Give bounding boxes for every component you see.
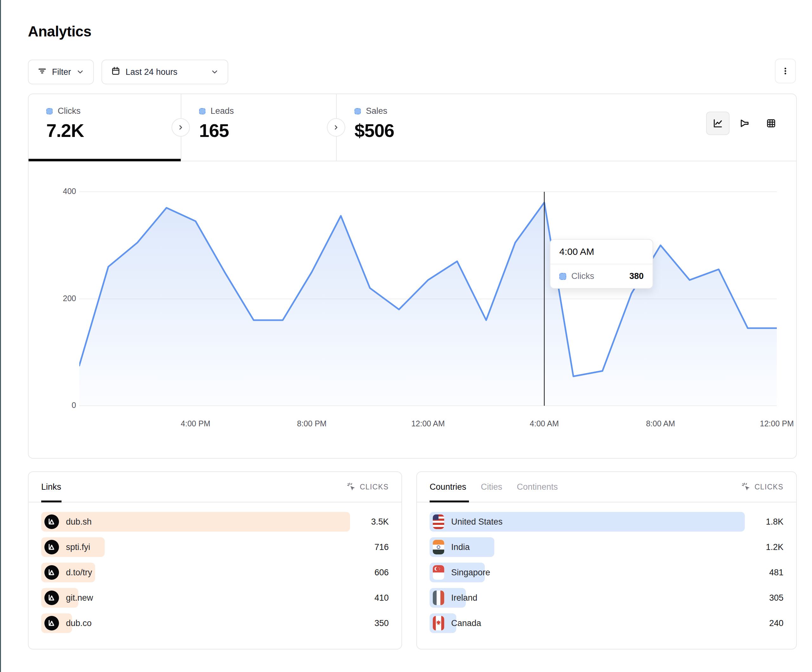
link-clicks-value: 606 [358,568,389,578]
country-clicks-value: 305 [753,593,783,603]
link-row[interactable]: dub.sh3.5K [41,512,389,532]
link-clicks-value: 3.5K [358,517,389,527]
links-panel-header: Links CLICKS [29,472,401,502]
chevron-right-icon [177,124,184,131]
link-label: spti.fyi [66,542,90,552]
link-label: dub.co [66,618,92,628]
tab-continents[interactable]: Continents [517,482,558,492]
cursor-click-icon [741,482,751,492]
tab-clicks[interactable]: Clicks 7.2K [29,94,181,161]
link-bar-zone: git.new [41,588,350,608]
flag-us-icon [433,515,444,529]
dub-logo-icon [44,565,59,580]
country-label: India [451,542,470,552]
chevron-down-icon [76,68,84,76]
expand-leads-button[interactable] [327,118,345,136]
stat-label: Leads [210,106,234,116]
links-list: dub.sh3.5K spti.fyi716 d.to/try606 git.n… [29,502,401,633]
countries-list: United States1.8KIndia1.2KSingapore481Ir… [417,502,796,633]
tooltip-series-label: Clicks [571,271,624,281]
country-clicks-value: 1.8K [753,517,783,527]
country-bar-zone: Ireland [430,588,745,608]
link-row[interactable]: d.to/try606 [41,563,389,582]
leads-legend-swatch [199,108,205,114]
link-bar-zone: spti.fyi [41,537,350,557]
tab-leads[interactable]: Leads 165 [181,94,336,161]
country-row[interactable]: Ireland305 [430,588,783,608]
link-bar-zone: dub.co [41,613,350,633]
tab-links[interactable]: Links [41,482,61,492]
y-axis-tick-label: 0 [41,401,76,410]
link-row[interactable]: spti.fyi716 [41,537,389,557]
x-axis-tick-label: 8:00 AM [646,419,675,428]
links-metric-selector[interactable]: CLICKS [346,482,389,492]
toolbar: Filter Last 24 hours [28,60,228,84]
chevron-right-icon [333,124,339,131]
links-tab-underline [41,500,61,502]
link-row[interactable]: dub.co350 [41,613,389,633]
line-chart-toggle[interactable] [706,112,730,135]
chart-view-toggles [706,112,783,135]
link-bar-zone: dub.sh [41,512,350,532]
countries-panel-header: Countries Cities Continents CLICKS [417,472,796,502]
filter-button-label: Filter [52,67,71,77]
page-title: Analytics [28,23,91,40]
country-label: Singapore [451,568,490,578]
dub-logo-icon [44,590,59,605]
tab-sales[interactable]: Sales $506 [337,94,502,161]
link-bar-zone: d.to/try [41,563,350,582]
filter-button[interactable]: Filter [28,60,94,84]
flag-sg-icon [433,565,444,580]
country-label: Canada [451,618,481,628]
flag-ie-icon [433,590,444,605]
links-panel: Links CLICKS dub.sh3.5K spti.fyi716 d.to… [28,471,402,650]
country-row[interactable]: United States1.8K [430,512,783,532]
countries-metric-selector[interactable]: CLICKS [741,482,783,492]
link-clicks-value: 410 [358,593,389,603]
expand-clicks-button[interactable] [172,118,190,136]
analytics-page: Analytics Filter Last 24 hours Clicks 7.… [0,0,812,672]
tab-countries[interactable]: Countries [430,482,466,492]
date-range-button[interactable]: Last 24 hours [101,60,228,84]
flag-in-icon [433,540,444,554]
link-clicks-value: 716 [358,542,389,552]
countries-metric-label: CLICKS [755,483,783,491]
stats-row: Clicks 7.2K Leads 165 Sales $506 [29,94,796,161]
countries-tab-underline [430,500,469,502]
x-axis-tick-label: 4:00 PM [181,419,210,428]
country-bar-zone: United States [430,512,745,532]
line-chart-icon [712,118,723,129]
link-clicks-value: 350 [358,618,389,628]
sales-legend-swatch [355,108,361,114]
tooltip-series-swatch [559,273,566,280]
country-clicks-value: 240 [753,618,783,628]
country-bar-zone: Canada [430,613,745,633]
area-chart-svg [79,189,777,408]
chart-tooltip: 4:00 AM Clicks 380 [550,239,653,289]
country-bar-zone: Singapore [430,563,745,582]
country-row[interactable]: Canada240 [430,613,783,633]
country-row[interactable]: Singapore481 [430,563,783,582]
table-view-toggle[interactable] [759,112,783,135]
tooltip-value: 380 [629,271,644,281]
country-clicks-value: 1.2K [753,542,783,552]
clicks-value: 7.2K [46,120,181,141]
countries-panel: Countries Cities Continents CLICKS Unite… [416,471,797,650]
link-row[interactable]: git.new410 [41,588,389,608]
flag-ca-icon [433,616,444,631]
country-bar-zone: India [430,537,745,557]
funnel-chart-icon [739,118,750,129]
links-metric-label: CLICKS [360,483,389,491]
active-tab-underline [29,159,181,161]
x-axis-tick-label: 12:00 AM [411,419,445,428]
x-axis-tick-label: 8:00 PM [297,419,327,428]
stat-label: Sales [366,106,387,116]
tab-cities[interactable]: Cities [481,482,503,492]
country-label: Ireland [451,593,478,603]
dub-logo-icon [44,515,59,529]
funnel-chart-toggle[interactable] [733,112,756,135]
stat-label: Clicks [58,106,80,116]
calendar-icon [111,66,121,78]
country-row[interactable]: India1.2K [430,537,783,557]
more-options-button[interactable] [775,59,796,84]
